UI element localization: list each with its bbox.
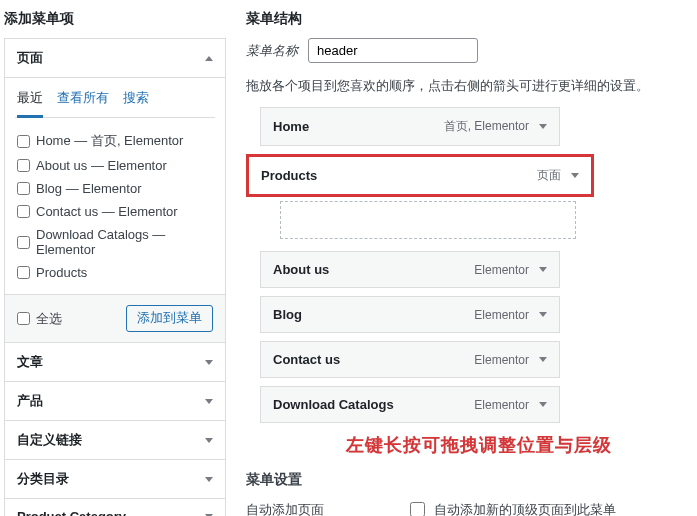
page-label: Products: [36, 265, 87, 280]
drop-placeholder: [280, 201, 576, 239]
menu-item-blog[interactable]: Blog Elementor: [260, 296, 560, 333]
chevron-up-icon: [205, 56, 213, 61]
page-checkbox[interactable]: [17, 266, 30, 279]
select-all-label: 全选: [36, 310, 62, 328]
tab-view-all[interactable]: 查看所有: [57, 86, 109, 117]
chevron-down-icon[interactable]: [539, 357, 547, 362]
menu-item-title: Download Catalogs: [273, 397, 394, 412]
page-label: About us — Elementor: [36, 158, 167, 173]
accordion-label: 自定义链接: [17, 431, 82, 449]
menu-item-title: About us: [273, 262, 329, 277]
chevron-down-icon[interactable]: [539, 312, 547, 317]
accordion-head-product-category[interactable]: Product Category: [5, 498, 225, 516]
page-checkbox[interactable]: [17, 159, 30, 172]
page-item[interactable]: Contact us — Elementor: [17, 200, 213, 223]
menu-item-title: Products: [261, 168, 317, 183]
menu-item-products-dragging[interactable]: Products 页面: [246, 154, 594, 197]
tab-search[interactable]: 搜索: [123, 86, 149, 117]
menu-item-home[interactable]: Home 首页, Elementor: [260, 107, 560, 146]
page-label: Contact us — Elementor: [36, 204, 178, 219]
menu-item-title: Contact us: [273, 352, 340, 367]
accordion-label: 分类目录: [17, 470, 69, 488]
page-label: Blog — Elementor: [36, 181, 142, 196]
menu-item-title: Home: [273, 119, 309, 134]
page-label: Download Catalogs — Elementor: [36, 227, 213, 257]
auto-add-label: 自动添加页面: [246, 501, 406, 517]
menu-item-contact[interactable]: Contact us Elementor: [260, 341, 560, 378]
menu-item-download[interactable]: Download Catalogs Elementor: [260, 386, 560, 423]
chevron-down-icon: [205, 477, 213, 482]
accordion-label: 页面: [17, 49, 43, 67]
page-checkbox[interactable]: [17, 205, 30, 218]
accordion-head-custom-link[interactable]: 自定义链接: [5, 420, 225, 459]
page-item[interactable]: Home — 首页, Elementor: [17, 128, 213, 154]
accordion-head-pages[interactable]: 页面: [5, 39, 225, 77]
page-item[interactable]: About us — Elementor: [17, 154, 213, 177]
menu-item-type: Elementor: [474, 398, 529, 412]
menu-item-about[interactable]: About us Elementor: [260, 251, 560, 288]
chevron-down-icon: [205, 360, 213, 365]
accordion-head-products[interactable]: 产品: [5, 381, 225, 420]
menu-structure-title: 菜单结构: [246, 10, 697, 28]
accordion-head-posts[interactable]: 文章: [5, 342, 225, 381]
menu-item-type: Elementor: [474, 353, 529, 367]
menu-item-type: Elementor: [474, 263, 529, 277]
chevron-down-icon[interactable]: [539, 124, 547, 129]
chevron-down-icon: [205, 399, 213, 404]
menu-item-type: 首页, Elementor: [444, 118, 529, 135]
menu-item-type: 页面: [537, 167, 561, 184]
add-to-menu-button[interactable]: 添加到菜单: [126, 305, 213, 332]
accordion: 页面 最近 查看所有 搜索 Home — 首页, Elementor About…: [4, 38, 226, 516]
chevron-down-icon[interactable]: [539, 402, 547, 407]
chevron-down-icon[interactable]: [571, 173, 579, 178]
chevron-down-icon: [205, 438, 213, 443]
menu-item-title: Blog: [273, 307, 302, 322]
chevron-down-icon[interactable]: [539, 267, 547, 272]
page-checkbox[interactable]: [17, 135, 30, 148]
auto-add-checkbox[interactable]: [410, 502, 425, 516]
menu-list: Home 首页, Elementor Products 页面 About us …: [246, 107, 697, 423]
auto-add-option[interactable]: 自动添加新的顶级页面到此菜单: [406, 499, 616, 516]
select-all-checkbox[interactable]: [17, 312, 30, 325]
accordion-head-categories[interactable]: 分类目录: [5, 459, 225, 498]
tab-recent[interactable]: 最近: [17, 86, 43, 118]
annotation-text: 左键长按可拖拽调整位置与层级: [260, 433, 697, 457]
page-item[interactable]: Products: [17, 261, 213, 284]
add-items-title: 添加菜单项: [4, 10, 226, 28]
accordion-label: 文章: [17, 353, 43, 371]
page-checkbox[interactable]: [17, 182, 30, 195]
accordion-label: Product Category: [17, 509, 126, 516]
page-item[interactable]: Download Catalogs — Elementor: [17, 223, 213, 261]
page-label: Home — 首页, Elementor: [36, 132, 183, 150]
menu-name-label: 菜单名称: [246, 42, 298, 60]
drag-hint: 拖放各个项目到您喜欢的顺序，点击右侧的箭头可进行更详细的设置。: [246, 77, 697, 95]
accordion-label: 产品: [17, 392, 43, 410]
page-item[interactable]: Blog — Elementor: [17, 177, 213, 200]
menu-settings-title: 菜单设置: [246, 471, 697, 489]
auto-add-text: 自动添加新的顶级页面到此菜单: [434, 501, 616, 517]
accordion-body-pages: 最近 查看所有 搜索 Home — 首页, Elementor About us…: [5, 77, 225, 342]
page-checkbox[interactable]: [17, 236, 30, 249]
menu-item-type: Elementor: [474, 308, 529, 322]
tabs: 最近 查看所有 搜索: [15, 86, 215, 118]
select-all[interactable]: 全选: [17, 310, 62, 328]
menu-name-input[interactable]: [308, 38, 478, 63]
